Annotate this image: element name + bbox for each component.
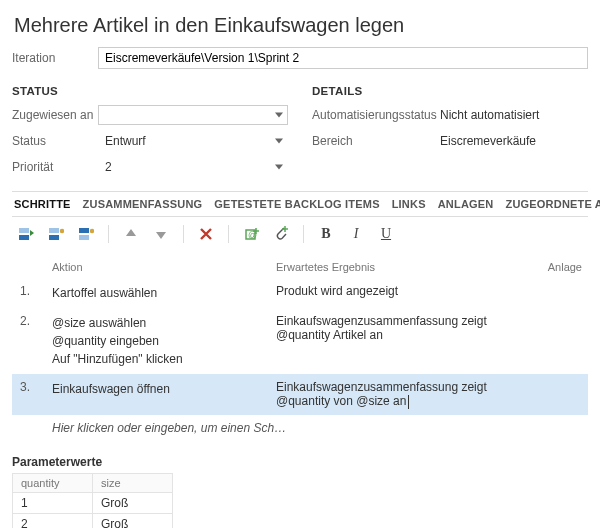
step-attachment	[538, 314, 588, 368]
tab-zusammenfassung[interactable]: ZUSAMMENFASSUNG	[83, 198, 203, 210]
step-number: 1.	[12, 284, 52, 302]
svg-rect-2	[49, 235, 59, 240]
step-action[interactable]: @size auswählen@quantity eingebenAuf "Hi…	[52, 314, 276, 368]
chevron-down-icon	[275, 165, 283, 170]
assigned-label: Zugewiesen an	[12, 108, 98, 122]
steps-col-action: Aktion	[52, 261, 276, 273]
param-col-quantity: quantity	[13, 473, 93, 492]
attachment-icon[interactable]	[269, 223, 293, 245]
status-heading: STATUS	[12, 85, 288, 97]
area-label: Bereich	[312, 134, 440, 148]
tab-anlagen[interactable]: ANLAGEN	[438, 198, 494, 210]
param-row[interactable]: 1Groß	[13, 492, 173, 513]
svg-rect-1	[19, 228, 29, 233]
state-combo[interactable]: Entwurf	[98, 131, 288, 151]
delete-icon[interactable]	[194, 223, 218, 245]
toolbar-separator	[183, 225, 184, 243]
priority-value: 2	[105, 160, 112, 174]
step-number: 3.	[12, 380, 52, 409]
step-expected[interactable]: Produkt wird angezeigt	[276, 284, 538, 302]
step-expected[interactable]: Einkaufswagenzusammenfassung zeigt @quan…	[276, 314, 538, 368]
insert-step-icon[interactable]	[14, 223, 38, 245]
details-heading: DETAILS	[312, 85, 588, 97]
chevron-down-icon	[275, 113, 283, 118]
tab-getestete-backlog-items[interactable]: GETESTETE BACKLOG ITEMS	[214, 198, 379, 210]
toolbar-separator	[108, 225, 109, 243]
step-action[interactable]: Einkaufswagen öffnen	[52, 380, 276, 409]
toolbar-separator	[228, 225, 229, 243]
step-row[interactable]: 3.Einkaufswagen öffnenEinkaufswagenzusam…	[12, 374, 588, 415]
svg-point-7	[90, 229, 94, 234]
step-attachment	[538, 284, 588, 302]
svg-rect-5	[79, 235, 89, 240]
parameters-heading: Parameterwerte	[12, 455, 588, 469]
param-col-size: size	[93, 473, 173, 492]
automation-value: Nicht automatisiert	[440, 108, 539, 122]
underline-button[interactable]: U	[374, 223, 398, 245]
move-down-icon[interactable]	[149, 223, 173, 245]
step-row[interactable]: 2.@size auswählen@quantity eingebenAuf "…	[12, 308, 588, 374]
param-cell[interactable]: Groß	[93, 513, 173, 528]
svg-point-4	[60, 229, 64, 234]
insert-parameter-icon[interactable]: @	[239, 223, 263, 245]
priority-combo[interactable]: 2	[98, 157, 288, 177]
tab-schritte[interactable]: SCHRITTE	[14, 198, 71, 210]
iteration-label: Iteration	[12, 51, 98, 65]
chevron-down-icon	[275, 139, 283, 144]
step-number: 2.	[12, 314, 52, 368]
iteration-input[interactable]	[98, 47, 588, 69]
italic-button[interactable]: I	[344, 223, 368, 245]
steps-col-attach: Anlage	[538, 261, 588, 273]
toolbar-separator	[303, 225, 304, 243]
svg-rect-0	[19, 235, 29, 240]
state-value: Entwurf	[105, 134, 146, 148]
step-row[interactable]: 1.Kartoffel auswählenProdukt wird angeze…	[12, 278, 588, 308]
automation-label: Automatisierungsstatus	[312, 108, 440, 122]
page-title[interactable]: Mehrere Artikel in den Einkaufswagen leg…	[12, 10, 588, 47]
priority-label: Priorität	[12, 160, 98, 174]
svg-rect-3	[49, 228, 59, 233]
tab-zugeordnete-automatisierung[interactable]: ZUGEORDNETE AUTOMATISIERUNG	[505, 198, 600, 210]
param-row[interactable]: 2Groß	[13, 513, 173, 528]
tab-links[interactable]: LINKS	[392, 198, 426, 210]
steps-toolbar: @ B I U	[12, 217, 588, 251]
state-label: Status	[12, 134, 98, 148]
bold-button[interactable]: B	[314, 223, 338, 245]
move-up-icon[interactable]	[119, 223, 143, 245]
step-action[interactable]: Kartoffel auswählen	[52, 284, 276, 302]
add-step-placeholder[interactable]: Hier klicken oder eingeben, um einen Sch…	[12, 415, 588, 441]
steps-col-expected: Erwartetes Ergebnis	[276, 261, 538, 273]
param-cell[interactable]: 1	[13, 492, 93, 513]
step-expected[interactable]: Einkaufswagenzusammenfassung zeigt @quan…	[276, 380, 538, 409]
assigned-combo[interactable]	[98, 105, 288, 125]
insert-shared-step-icon[interactable]	[44, 223, 68, 245]
parameters-table[interactable]: quantitysize 1Groß2Groß1Mittel	[12, 473, 173, 528]
svg-rect-6	[79, 228, 89, 233]
step-attachment	[538, 380, 588, 409]
area-value: Eiscremeverkäufe	[440, 134, 536, 148]
create-shared-steps-icon[interactable]	[74, 223, 98, 245]
param-cell[interactable]: 2	[13, 513, 93, 528]
param-cell[interactable]: Groß	[93, 492, 173, 513]
